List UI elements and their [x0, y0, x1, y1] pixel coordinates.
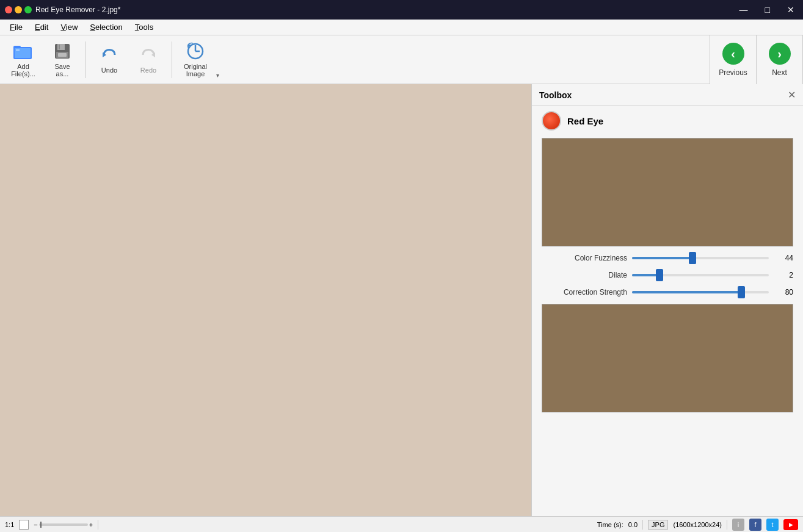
before-eye-canvas — [542, 138, 793, 246]
zoom-level: 1:1 — [5, 521, 14, 528]
correction-strength-thumb[interactable] — [738, 286, 745, 298]
tool-name: Red Eye — [567, 116, 603, 126]
status-sep-1 — [98, 520, 98, 530]
toolbox-tool-row: Red Eye — [532, 106, 803, 135]
correction-strength-row: Correction Strength 80 — [542, 288, 793, 297]
twitter-icon[interactable]: t — [766, 519, 779, 531]
toolbar: AddFile(s)... Saveas... Undo — [0, 35, 803, 84]
redo-label: Redo — [140, 66, 156, 74]
status-bar: 1:1 − + Time (s): 0.0 JPG (1600x1200x24)… — [0, 516, 803, 532]
undo-button[interactable]: Undo — [91, 39, 128, 81]
zoom-track — [39, 523, 88, 526]
next-label: Next — [772, 68, 787, 77]
window-title: Red Eye Remover - 2.jpg* — [35, 5, 120, 14]
toolbox-header: Toolbox ✕ — [532, 84, 803, 106]
maximize-button[interactable]: □ — [761, 4, 774, 16]
dilate-thumb[interactable] — [656, 269, 663, 281]
close-button[interactable]: ✕ — [783, 4, 798, 16]
youtube-icon[interactable]: ▶ — [783, 519, 798, 530]
facebook-icon[interactable]: f — [749, 519, 761, 531]
previous-button[interactable]: ‹ Previous — [710, 35, 757, 84]
menu-tools[interactable]: Tools — [130, 21, 158, 33]
toolbar-nav: ‹ Previous › Next — [710, 35, 803, 84]
color-fuzziness-row: Color Fuzziness 44 — [542, 254, 793, 262]
correction-strength-value: 80 — [774, 288, 793, 297]
previous-icon: ‹ — [722, 43, 744, 65]
time-label: Time (s): — [597, 521, 623, 528]
svg-rect-8 — [58, 53, 67, 57]
status-sep-3 — [727, 520, 727, 530]
menu-view[interactable]: View — [56, 21, 82, 33]
slider-section: Color Fuzziness 44 Dilate — [532, 249, 803, 301]
toolbar-dropdown-arrow[interactable]: ▾ — [216, 72, 219, 81]
undo-label: Undo — [101, 66, 117, 74]
dot-red[interactable] — [5, 6, 12, 13]
title-bar-controls: — □ ✕ — [736, 4, 798, 16]
color-fuzziness-track — [632, 257, 769, 259]
previous-label: Previous — [719, 68, 747, 77]
dilate-track — [632, 274, 769, 276]
zoom-slider[interactable]: − + — [34, 521, 93, 528]
svg-rect-5 — [57, 44, 65, 50]
dilate-value: 2 — [774, 271, 793, 279]
color-fuzziness-thumb[interactable] — [689, 252, 696, 264]
dilate-row: Dilate 2 — [542, 271, 793, 279]
minimize-button[interactable]: — — [736, 4, 752, 16]
menu-file[interactable]: File — [5, 21, 27, 33]
dot-green[interactable] — [24, 6, 32, 13]
toolbox-after-preview — [542, 304, 793, 412]
format-badge: JPG — [648, 520, 668, 530]
add-files-button[interactable]: AddFile(s)... — [5, 39, 42, 81]
dot-yellow[interactable] — [15, 6, 22, 13]
info-icon[interactable]: i — [732, 519, 744, 531]
red-eye-icon — [542, 111, 561, 131]
save-as-button[interactable]: Saveas... — [44, 39, 81, 81]
main-image-area[interactable] — [0, 84, 531, 516]
original-image-button[interactable]: OriginalImage — [177, 39, 214, 81]
clock-icon — [186, 42, 205, 61]
menu-selection[interactable]: Selection — [85, 21, 127, 33]
menu-bar: File Edit View Selection Tools — [0, 20, 803, 35]
undo-icon — [100, 45, 119, 65]
folder-icon — [13, 42, 33, 61]
color-fuzziness-value: 44 — [774, 254, 793, 262]
title-bar-left: Red Eye Remover - 2.jpg* — [5, 5, 120, 14]
toolbar-separator-1 — [85, 41, 86, 78]
window-dots — [5, 6, 32, 13]
toolbox-before-preview — [542, 138, 793, 246]
toolbox-panel: Toolbox ✕ Red Eye Color Fuzziness — [531, 84, 803, 516]
zoom-box — [19, 520, 29, 530]
save-as-label: Saveas... — [54, 63, 70, 77]
content-area: Toolbox ✕ Red Eye Color Fuzziness — [0, 84, 803, 516]
add-files-label: AddFile(s)... — [11, 63, 35, 77]
next-button[interactable]: › Next — [757, 35, 803, 84]
save-icon — [53, 42, 72, 61]
title-bar: Red Eye Remover - 2.jpg* — □ ✕ — [0, 0, 803, 20]
correction-strength-track — [632, 291, 769, 293]
correction-strength-label: Correction Strength — [542, 288, 627, 297]
dimensions-label: (1600x1200x24) — [673, 521, 722, 528]
toolbox-title: Toolbox — [539, 90, 572, 100]
after-eye-canvas — [542, 304, 793, 412]
svg-rect-6 — [59, 45, 60, 49]
dilate-label: Dilate — [542, 271, 627, 279]
menu-edit[interactable]: Edit — [30, 21, 53, 33]
time-value: 0.0 — [628, 521, 638, 528]
main-canvas — [0, 84, 531, 516]
redo-icon — [139, 45, 158, 65]
redo-button[interactable]: Redo — [130, 39, 167, 81]
color-fuzziness-label: Color Fuzziness — [542, 254, 627, 262]
toolbox-close-button[interactable]: ✕ — [788, 89, 796, 101]
next-icon: › — [769, 43, 791, 65]
toolbar-separator-2 — [172, 41, 172, 78]
original-image-label: OriginalImage — [184, 63, 207, 77]
status-right: Time (s): 0.0 JPG (1600x1200x24) i f t ▶ — [597, 519, 798, 531]
svg-rect-3 — [16, 49, 20, 51]
status-sep-2 — [642, 520, 643, 530]
